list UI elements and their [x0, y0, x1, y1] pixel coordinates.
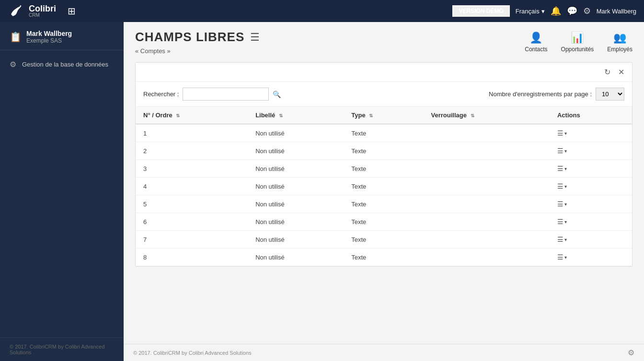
col-type[interactable]: Type ⇅: [344, 107, 423, 124]
footer-gear-icon[interactable]: ⚙: [628, 348, 634, 357]
messages-icon[interactable]: 💬: [567, 6, 577, 16]
nav-employes[interactable]: 👥 Employés: [607, 32, 632, 53]
col-libelle-label: Libellé: [255, 112, 275, 119]
close-button[interactable]: ✕: [616, 67, 626, 78]
top-navigation: Colibri CRM ⊞ VERSION DÉMO Français ▾ 🔔 …: [0, 0, 644, 22]
employes-icon: 👥: [613, 32, 626, 44]
user-name-label[interactable]: Mark Wallberg: [597, 8, 636, 15]
table-row: 7 Non utilisé Texte ☰ ▾: [136, 231, 632, 248]
cell-verrouillage: [424, 213, 550, 231]
cell-actions: ☰ ▾: [550, 124, 632, 142]
records-per-page-select[interactable]: 10 25 50 100: [596, 88, 624, 101]
search-button[interactable]: 🔍: [273, 90, 281, 98]
cell-order: 5: [136, 195, 248, 213]
cell-libelle: Non utilisé: [248, 160, 344, 178]
cell-libelle: Non utilisé: [248, 231, 344, 248]
col-libelle[interactable]: Libellé ⇅: [248, 107, 344, 124]
search-input[interactable]: [183, 88, 269, 101]
nav-contacts[interactable]: 👤 Contacts: [525, 32, 547, 53]
grid-icon[interactable]: ⊞: [68, 5, 76, 17]
cell-verrouillage: [424, 195, 550, 213]
cell-order: 4: [136, 178, 248, 195]
table-controls: Rechercher : 🔍 Nombre d'enregistrements …: [136, 82, 632, 107]
cell-libelle: Non utilisé: [248, 124, 344, 142]
page-header-left: CHAMPS LIBRES ☰ « Comptes »: [135, 30, 260, 55]
cell-type: Texte: [344, 213, 423, 231]
actions-button-7[interactable]: ☰ ▾: [557, 253, 567, 261]
cell-order: 7: [136, 231, 248, 248]
cell-libelle: Non utilisé: [248, 213, 344, 231]
cell-verrouillage: [424, 142, 550, 160]
logo-subtitle: CRM: [29, 13, 56, 18]
records-per-page: Nombre d'enregistrements par page : 10 2…: [489, 88, 624, 101]
page-header-nav: 👤 Contacts 📊 Opportunités 👥 Employés: [525, 30, 632, 53]
footer-copyright: © 2017. ColibriCRM by Colibri Advanced S…: [10, 344, 104, 355]
database-icon: ⚙: [10, 60, 16, 69]
actions-button-4[interactable]: ☰ ▾: [557, 200, 567, 208]
logo[interactable]: Colibri CRM: [8, 2, 56, 20]
sidebar-user-company: Exemple SAS: [26, 37, 72, 44]
language-selector[interactable]: Français ▾: [516, 8, 545, 15]
cell-type: Texte: [344, 124, 423, 142]
cell-verrouillage: [424, 248, 550, 266]
cell-order: 8: [136, 248, 248, 266]
cell-actions: ☰ ▾: [550, 142, 632, 160]
page-footer: © 2017. ColibriCRM by Colibri Advanced S…: [124, 344, 644, 361]
table-header: N° / Ordre ⇅ Libellé ⇅ Type ⇅: [136, 107, 632, 124]
sort-icon-type: ⇅: [369, 113, 373, 118]
cell-type: Texte: [344, 195, 423, 213]
col-order[interactable]: N° / Ordre ⇅: [136, 107, 248, 124]
table-row: 6 Non utilisé Texte ☰ ▾: [136, 213, 632, 231]
opportunites-icon: 📊: [571, 32, 584, 44]
table-toolbar: ↻ ✕: [136, 63, 632, 82]
actions-button-3[interactable]: ☰ ▾: [557, 182, 567, 190]
col-actions-label: Actions: [557, 112, 580, 119]
cell-order: 2: [136, 142, 248, 160]
sort-icon-order: ⇅: [176, 113, 180, 118]
breadcrumb[interactable]: « Comptes »: [135, 47, 260, 55]
nav-opportunites[interactable]: 📊 Opportunités: [561, 32, 594, 53]
table-row: 2 Non utilisé Texte ☰ ▾: [136, 142, 632, 160]
logo-title: Colibri: [29, 4, 56, 13]
col-verrouillage[interactable]: Verrouillage ⇅: [424, 107, 550, 124]
chevron-down-icon: ▾: [541, 8, 545, 15]
sort-icon-verrouillage: ⇅: [471, 113, 474, 118]
actions-button-6[interactable]: ☰ ▾: [557, 236, 567, 243]
list-icon[interactable]: ☰: [250, 31, 260, 44]
table-row: 3 Non utilisé Texte ☰ ▾: [136, 160, 632, 178]
cell-type: Texte: [344, 231, 423, 248]
settings-icon[interactable]: ⚙: [583, 6, 591, 16]
sidebar-item-database-label: Gestion de la base de données: [22, 61, 108, 68]
records-label: Nombre d'enregistrements par page :: [489, 90, 592, 98]
table-row: 5 Non utilisé Texte ☰ ▾: [136, 195, 632, 213]
actions-button-0[interactable]: ☰ ▾: [557, 129, 567, 137]
document-icon: 📋: [10, 31, 22, 43]
refresh-button[interactable]: ↻: [602, 67, 612, 78]
cell-actions: ☰ ▾: [550, 178, 632, 195]
actions-button-1[interactable]: ☰ ▾: [557, 147, 567, 155]
cell-type: Texte: [344, 178, 423, 195]
table-area: ↻ ✕ Rechercher : 🔍 Nombre d'enregistreme…: [124, 55, 644, 344]
cell-actions: ☰ ▾: [550, 231, 632, 248]
actions-button-5[interactable]: ☰ ▾: [557, 218, 567, 226]
sort-icon-libelle: ⇅: [279, 113, 283, 118]
version-demo-button[interactable]: VERSION DÉMO: [452, 5, 509, 17]
col-type-label: Type: [351, 112, 365, 119]
cell-actions: ☰ ▾: [550, 160, 632, 178]
sidebar-item-database[interactable]: ⚙ Gestion de la base de données: [0, 54, 124, 75]
cell-type: Texte: [344, 160, 423, 178]
search-label: Rechercher :: [143, 90, 179, 98]
contacts-icon: 👤: [529, 32, 542, 44]
logo-bird-icon: [8, 2, 25, 20]
sidebar-user: 📋 Mark Wallberg Exemple SAS: [0, 22, 124, 50]
sidebar-footer: © 2017. ColibriCRM by Colibri Advanced S…: [0, 338, 124, 361]
cell-actions: ☰ ▾: [550, 248, 632, 266]
main-content: CHAMPS LIBRES ☰ « Comptes » 👤 Contacts 📊…: [124, 22, 644, 361]
employes-label: Employés: [607, 46, 632, 53]
contacts-label: Contacts: [525, 46, 547, 53]
table-row: 8 Non utilisé Texte ☰ ▾: [136, 248, 632, 266]
page-header: CHAMPS LIBRES ☰ « Comptes » 👤 Contacts 📊…: [124, 22, 644, 55]
actions-button-2[interactable]: ☰ ▾: [557, 165, 567, 172]
col-verrouillage-label: Verrouillage: [431, 112, 467, 119]
notifications-icon[interactable]: 🔔: [551, 6, 561, 16]
